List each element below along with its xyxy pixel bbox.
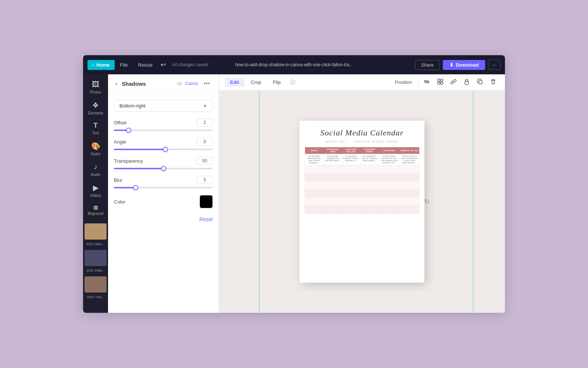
panel-header: ‹ Shadows by Canva ••• <box>108 74 219 93</box>
grid-icon-button[interactable] <box>434 77 446 88</box>
photos-icon: 🖼 <box>92 80 99 89</box>
card-title: Social Media Calendar <box>320 128 404 138</box>
color-swatch[interactable] <box>200 195 213 208</box>
svg-rect-8 <box>438 82 440 84</box>
flip-button[interactable]: Flip <box>268 78 286 87</box>
offset-thumb[interactable] <box>126 128 131 133</box>
transparency-label: Transparency <box>114 158 143 164</box>
edit-button[interactable]: Edit <box>225 78 244 87</box>
col-content-topic: CONTENT TOPIC <box>360 147 379 154</box>
chevron-left-icon: ‹ <box>93 62 94 68</box>
shadow-type-value: Bottom-right <box>119 103 146 109</box>
col-caption: CAPTION <box>379 147 399 154</box>
sidebar-item-styles[interactable]: 🎨 Styles <box>85 139 107 159</box>
main-area: 🖼 Photos ❖ Elements T Text 🎨 Styles ♪ Au… <box>83 74 505 313</box>
blur-thumb[interactable] <box>133 185 138 190</box>
guide-vertical-left <box>259 91 259 313</box>
file-button[interactable]: File <box>115 60 133 70</box>
sidebar-item-photos[interactable]: 🖼 Photos <box>85 77 107 97</box>
position-button[interactable]: Position <box>392 79 415 85</box>
download-button[interactable]: ⬇ Download <box>443 60 485 70</box>
share-button[interactable]: Share <box>415 60 440 70</box>
blur-label: Blur <box>114 177 122 183</box>
thumbnail-3[interactable] <box>85 276 107 293</box>
angle-label: Angle <box>114 139 126 145</box>
resize-button[interactable]: Resize <box>133 60 158 70</box>
svg-rect-9 <box>441 82 443 84</box>
copy-icon-button[interactable] <box>474 77 486 88</box>
crop-button[interactable]: Crop <box>246 78 266 87</box>
table-row <box>305 206 419 214</box>
panel-by-text: by <box>178 81 182 86</box>
blur-track[interactable] <box>114 187 213 188</box>
background-icon: ▦ <box>93 204 98 210</box>
thumbnail-3-label: 2021 Tuto... <box>87 295 104 299</box>
table-row <box>305 173 419 181</box>
undo-button[interactable]: ↩ <box>158 59 169 70</box>
calendar-table: DATE CONTENT TIPS CONTENT PILLAR CONTENT… <box>305 147 419 214</box>
trash-icon <box>490 79 496 85</box>
angle-value[interactable]: 0 <box>197 138 213 146</box>
background-label: Bkground <box>88 212 104 216</box>
sidebar-icons: 🖼 Photos ❖ Elements T Text 🎨 Styles ♪ Au… <box>83 74 108 313</box>
angle-thumb[interactable] <box>163 147 168 152</box>
panel-title: Shadows <box>122 81 174 87</box>
rotate-handle[interactable]: ↻ <box>424 198 430 206</box>
sidebar-item-text[interactable]: T Text <box>85 119 107 138</box>
col-date: DATE <box>305 147 324 154</box>
text-label: Text <box>92 131 99 135</box>
page-card[interactable]: Social Media Calendar WEEK OF: INSERT WE… <box>300 121 424 283</box>
thumbnail-2[interactable] <box>85 250 107 266</box>
document-title: how-to-add-drop-shadow-in-canva-with-one… <box>235 62 353 67</box>
trash-icon-button[interactable] <box>487 77 499 88</box>
svg-rect-7 <box>441 79 443 81</box>
canvas-toolbar: Edit Crop Flip ⓘ Position <box>219 74 505 91</box>
sidebar-item-audio[interactable]: ♪ Audio <box>85 160 107 180</box>
lock-icon-button[interactable] <box>461 77 473 88</box>
filter-icon-button[interactable] <box>421 77 433 88</box>
audio-icon: ♪ <box>94 163 97 171</box>
panel-body: Bottom-right ▼ Offset 2 <box>108 93 219 313</box>
blur-fill <box>114 187 136 188</box>
blur-value[interactable]: 5 <box>197 176 213 184</box>
download-icon: ⬇ <box>449 62 453 68</box>
sidebar-item-background[interactable]: ▦ Bkground <box>85 201 107 219</box>
canvas-area: Edit Crop Flip ⓘ Position <box>219 74 505 313</box>
week-label: WEEK OF: <box>325 140 347 144</box>
guide-vertical-right <box>473 91 473 313</box>
transparency-value[interactable]: 50 <box>197 157 213 165</box>
more-options-button[interactable]: ··· <box>488 60 501 70</box>
angle-slider-row: Angle 0 <box>114 138 213 150</box>
transparency-track[interactable] <box>114 168 213 169</box>
week-value: INSERT WEEK HERE <box>354 140 398 144</box>
info-button[interactable]: ⓘ <box>287 77 298 88</box>
thumbnail-2-label: 2021 Fallo... <box>86 269 105 272</box>
offset-track[interactable] <box>114 130 213 131</box>
home-button[interactable]: ‹ Home <box>87 60 115 70</box>
thumbnail-1-label: 2021 Opti-i... <box>86 242 105 246</box>
transparency-thumb[interactable] <box>161 166 166 171</box>
thumbnail-1[interactable] <box>85 223 107 240</box>
shadow-type-dropdown[interactable]: Bottom-right ▼ <box>114 100 213 112</box>
calendar-header-row: DATE CONTENT TIPS CONTENT PILLAR CONTENT… <box>305 147 419 154</box>
canva-link[interactable]: Canva <box>185 81 198 86</box>
reset-button[interactable]: Reset <box>199 216 213 222</box>
svg-point-0 <box>425 80 426 82</box>
styles-icon: 🎨 <box>91 142 100 151</box>
link-icon-button[interactable] <box>448 77 459 88</box>
panel-more-button[interactable]: ••• <box>201 79 213 88</box>
offset-label: Offset <box>114 120 126 125</box>
elements-icon: ❖ <box>92 101 99 110</box>
offset-value[interactable]: 2 <box>197 118 213 127</box>
copy-icon <box>477 79 483 85</box>
table-row <box>305 181 419 190</box>
grid-icon <box>437 79 443 85</box>
angle-track[interactable] <box>114 149 213 150</box>
sidebar-item-elements[interactable]: ❖ Elements <box>85 98 107 118</box>
card-week-row: WEEK OF: INSERT WEEK HERE <box>325 140 398 144</box>
offset-slider-row: Offset 2 <box>114 118 213 131</box>
panel-back-button[interactable]: ‹ <box>114 79 119 88</box>
canvas-viewport[interactable]: Social Media Calendar WEEK OF: INSERT WE… <box>219 91 505 313</box>
sidebar-item-videos[interactable]: ▶ Videos <box>85 180 107 201</box>
link-icon <box>451 79 456 85</box>
